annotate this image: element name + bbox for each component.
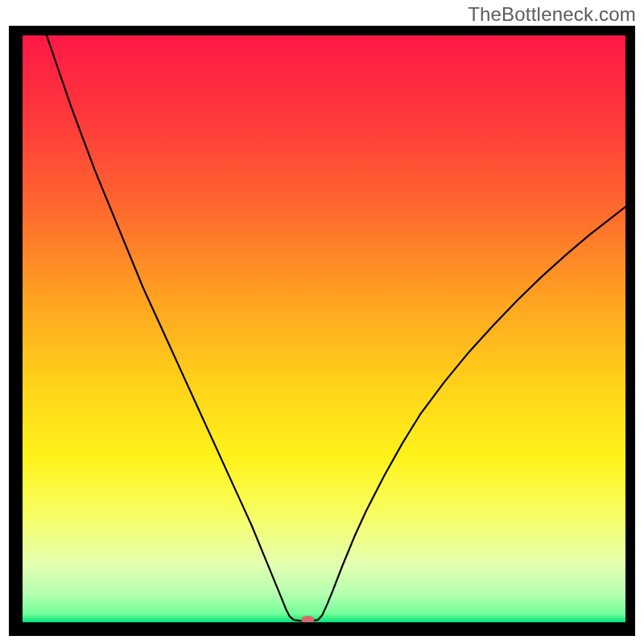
plot-frame — [9, 26, 635, 636]
chart-svg — [23, 35, 625, 622]
watermark-text: TheBottleneck.com — [468, 3, 636, 26]
plot-area — [23, 35, 625, 622]
chart-wrapper: TheBottleneck.com — [0, 0, 644, 644]
gradient-background — [23, 35, 625, 622]
